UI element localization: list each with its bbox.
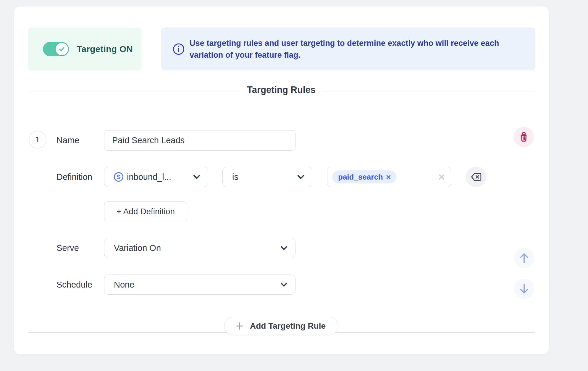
schedule-select[interactable]: None <box>104 275 295 295</box>
definition-label: Definition <box>56 167 92 187</box>
chevron-down-icon <box>280 246 287 250</box>
comparator-select[interactable]: is <box>222 167 312 187</box>
targeting-card: Targeting ON Use targeting rules and use… <box>14 7 549 354</box>
arrow-up-icon <box>519 252 529 264</box>
schedule-label: Schedule <box>56 275 92 295</box>
serve-label: Serve <box>56 238 79 258</box>
check-icon <box>59 47 65 51</box>
toggle-knob <box>56 43 68 55</box>
definition-values-input[interactable]: paid_search <box>327 167 451 187</box>
rule-name-input[interactable] <box>104 130 295 151</box>
name-label: Name <box>56 130 79 150</box>
plus-icon <box>235 322 244 330</box>
value-chip-label: paid_search <box>338 172 383 182</box>
section-title: Targeting Rules <box>240 85 323 95</box>
backspace-button[interactable] <box>466 167 487 187</box>
property-select[interactable]: S inbound_l... <box>104 167 208 187</box>
chevron-down-icon <box>280 283 287 287</box>
info-banner: Use targeting rules and user targeting t… <box>161 28 535 70</box>
chevron-down-icon <box>297 175 304 179</box>
add-targeting-rule-label: Add Targeting Rule <box>250 321 326 331</box>
delete-rule-button[interactable] <box>514 127 534 147</box>
info-banner-text: Use targeting rules and user targeting t… <box>190 37 533 61</box>
backspace-icon <box>471 172 482 181</box>
move-rule-down-button[interactable] <box>514 279 534 299</box>
property-select-value: inbound_l... <box>127 172 171 182</box>
targeting-toggle-label: Targeting ON <box>77 44 133 54</box>
clear-values-icon[interactable] <box>438 174 445 180</box>
trash-icon <box>519 132 529 142</box>
info-icon <box>172 43 185 55</box>
targeting-toggle[interactable] <box>43 42 69 56</box>
add-targeting-rule-button[interactable]: Add Targeting Rule <box>224 317 338 335</box>
add-definition-button[interactable]: + Add Definition <box>104 201 187 221</box>
schedule-select-value: None <box>114 280 134 290</box>
chevron-down-icon <box>193 175 200 179</box>
targeting-toggle-panel: Targeting ON <box>28 28 142 70</box>
serve-select-value: Variation On <box>114 243 161 253</box>
rule-number-badge: 1 <box>29 131 46 149</box>
serve-select[interactable]: Variation On <box>104 238 295 258</box>
comparator-select-value: is <box>232 172 238 182</box>
arrow-down-icon <box>519 283 529 294</box>
string-type-icon: S <box>114 172 123 182</box>
value-chip[interactable]: paid_search <box>332 170 396 183</box>
chip-remove-icon[interactable] <box>386 175 391 180</box>
move-rule-up-button[interactable] <box>514 248 534 268</box>
